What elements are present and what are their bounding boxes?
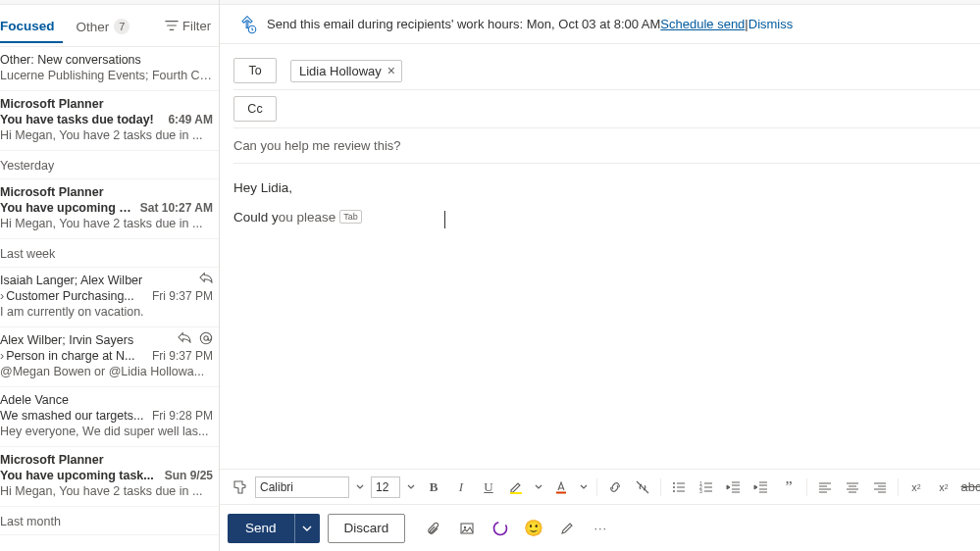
bold-button[interactable]: B	[422, 476, 445, 499]
chevron-down-icon	[407, 483, 415, 491]
list-item[interactable]: Microsoft Planner You have upcoming task…	[0, 447, 219, 507]
item-subject: You have upcoming t...	[0, 201, 132, 215]
link-button[interactable]	[603, 476, 627, 499]
format-painter-button[interactable]	[228, 476, 251, 499]
body-suggestion: ou please	[279, 207, 336, 228]
font-color-dropdown[interactable]	[577, 483, 591, 491]
signature-button[interactable]	[556, 518, 578, 539]
insert-picture-button[interactable]	[456, 518, 478, 539]
list-item[interactable]: Microsoft Planner You have tasks due tod…	[0, 91, 219, 151]
quote-button[interactable]: ”	[777, 476, 800, 499]
increase-indent-button[interactable]	[749, 476, 773, 499]
paperclip-icon	[426, 521, 441, 536]
underline-button[interactable]: U	[477, 476, 500, 499]
highlight-dropdown[interactable]	[532, 483, 545, 491]
bulleted-list-button[interactable]	[667, 476, 691, 499]
chevron-down-icon	[580, 483, 588, 491]
inbox-tabs: Focused Other 7 Filter	[0, 5, 219, 47]
filter-label: Filter	[182, 19, 211, 33]
pen-icon	[559, 521, 575, 536]
mail-list[interactable]: Other: New conversations Lucerne Publish…	[0, 47, 219, 551]
other-count-badge: 7	[114, 19, 129, 34]
subject-input[interactable]	[233, 138, 980, 153]
send-button[interactable]: Send	[228, 514, 294, 543]
strikethrough-button[interactable]: abc	[959, 476, 980, 499]
item-preview: Hi Megan, You have 2 tasks due in ...	[0, 217, 213, 230]
subject-row	[233, 128, 980, 164]
item-subject: You have tasks due today!	[0, 113, 160, 126]
tab-other-label: Other	[77, 20, 110, 34]
list-item[interactable]: Isaiah Langer; Alex Wilber ›Customer Pur…	[0, 268, 219, 327]
italic-button[interactable]: I	[449, 476, 473, 499]
link-icon	[607, 479, 623, 495]
emoji-button[interactable]: 🙂	[523, 518, 544, 539]
to-button[interactable]: To	[233, 58, 277, 83]
item-preview: Hi Megan, You have 2 tasks due in ...	[0, 484, 213, 498]
item-sender: Microsoft Planner	[0, 453, 213, 467]
item-subject: You have upcoming task...	[0, 469, 157, 482]
recipient-chip[interactable]: Lidia Holloway ×	[290, 60, 402, 82]
superscript-button[interactable]: x2	[904, 476, 928, 499]
schedule-send-infobar: Send this email during recipients' work …	[220, 5, 980, 44]
list-item[interactable]: Microsoft Planner You have upcoming t...…	[0, 179, 219, 239]
schedule-send-icon	[237, 15, 257, 34]
filter-button[interactable]: Filter	[165, 19, 211, 33]
list-item[interactable]: Alex Wilber; Irvin Sayers ›Person in cha…	[0, 327, 219, 387]
tab-focused[interactable]: Focused	[0, 9, 63, 43]
item-preview: Hey everyone, We did super well las...	[0, 425, 213, 438]
font-size-select[interactable]: 12	[371, 476, 400, 498]
send-options-dropdown[interactable]	[294, 514, 320, 543]
bullets-icon	[671, 479, 687, 495]
item-sender: Isaiah Langer; Alex Wilber	[0, 274, 213, 287]
chevron-down-icon	[302, 524, 312, 533]
decrease-indent-button[interactable]	[722, 476, 746, 499]
svg-rect-4	[556, 491, 566, 493]
font-family-select[interactable]: Calibri	[255, 476, 349, 498]
align-left-button[interactable]	[813, 476, 837, 499]
align-center-button[interactable]	[841, 476, 864, 499]
svg-point-7	[673, 490, 675, 492]
body-greeting: Hey Lidia,	[233, 177, 980, 199]
item-time: 6:49 AM	[168, 113, 213, 126]
item-preview: Hi Megan, You have 2 tasks due in ...	[0, 128, 213, 142]
mention-icon	[199, 331, 213, 345]
subscript-button[interactable]: x2	[932, 476, 955, 499]
item-subject: ›Customer Purchasing...	[0, 289, 144, 303]
item-time: Fri 9:37 PM	[152, 289, 213, 303]
message-body[interactable]: Hey Lidia, Could you please Tab	[233, 164, 980, 469]
body-text-before: Could y	[233, 207, 279, 228]
item-time: Fri 9:37 PM	[152, 349, 213, 363]
more-actions-button[interactable]: ···	[590, 518, 611, 539]
item-time: Sun 9/25	[165, 469, 213, 482]
font-family-dropdown[interactable]	[353, 483, 367, 491]
attach-file-button[interactable]	[423, 518, 444, 539]
highlight-button[interactable]	[504, 476, 528, 499]
discard-button[interactable]: Discard	[328, 514, 406, 543]
outdent-icon	[726, 479, 742, 495]
item-subject: We smashed our targets...	[0, 409, 144, 423]
cc-button[interactable]: Cc	[233, 96, 277, 122]
section-header-yesterday: Yesterday	[0, 151, 219, 179]
font-color-button[interactable]	[549, 476, 573, 499]
dismiss-link[interactable]: Dismiss	[748, 17, 794, 31]
tab-hint: Tab	[339, 210, 362, 224]
list-item[interactable]: Other: New conversations Lucerne Publish…	[0, 47, 219, 91]
align-right-button[interactable]	[868, 476, 892, 499]
chevron-down-icon	[356, 483, 364, 491]
chevron-down-icon	[535, 483, 542, 491]
remove-recipient-icon[interactable]: ×	[387, 64, 395, 77]
numbered-list-button[interactable]: 123	[695, 476, 718, 499]
font-size-dropdown[interactable]	[404, 483, 418, 491]
item-preview: I am currently on vacation.	[0, 305, 213, 319]
schedule-send-link[interactable]: Schedule send	[660, 17, 745, 31]
remove-link-button[interactable]	[631, 476, 654, 499]
svg-point-0	[200, 332, 211, 343]
loop-component-button[interactable]	[490, 518, 511, 539]
item-sender: Other: New conversations	[0, 53, 213, 67]
list-item[interactable]: Adele Vance We smashed our targets... Fr…	[0, 387, 219, 447]
text-cursor	[444, 211, 445, 228]
svg-rect-3	[510, 492, 522, 494]
tab-other[interactable]: Other 7	[77, 9, 138, 42]
picture-icon	[459, 521, 475, 536]
unlink-icon	[635, 479, 650, 495]
